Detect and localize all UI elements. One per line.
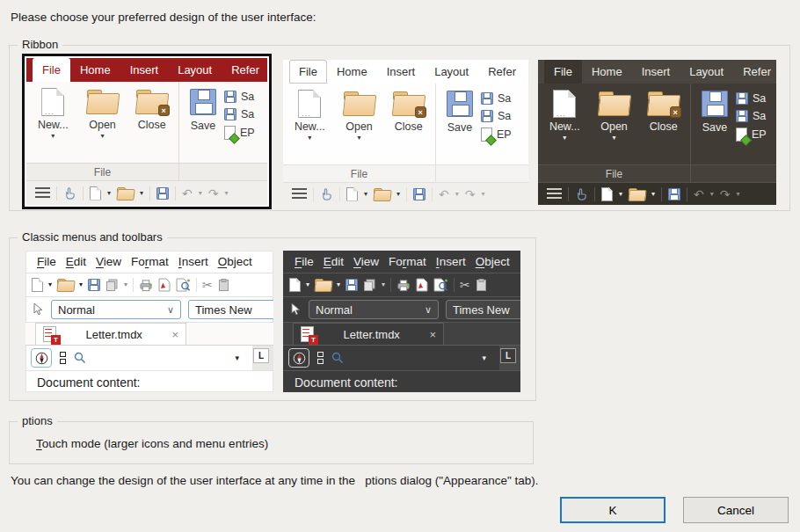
touch-mode-option[interactable]: Touch mode (larger icons and menu entrie… — [36, 437, 268, 450]
chevron-down-icon: ▾ — [619, 192, 622, 197]
new-document-icon — [601, 187, 613, 201]
classic-preview-slot-light: File Edit View Format Insert Object ▾ ▾ … — [25, 251, 273, 392]
duplicate-icon — [105, 279, 119, 292]
new-document-icon: ... — [41, 88, 64, 116]
chevron-down-icon: ▾ — [199, 191, 202, 196]
style-combo-value: Normal — [58, 303, 95, 317]
chevron-down-icon: ▾ — [357, 135, 360, 141]
chevron-down-icon: ▾ — [612, 135, 615, 141]
new-document-icon — [90, 186, 101, 200]
open-folder-icon — [344, 91, 375, 115]
undo-icon: ↶ — [439, 187, 449, 201]
ribbon-tab-bar: File Home Insert Layout Refer — [538, 60, 776, 84]
ribbon-preview-dark[interactable]: File Home Insert Layout Refer ... New...… — [538, 60, 776, 205]
save-button-label: Save — [702, 121, 728, 134]
close-badge-icon: × — [415, 106, 426, 118]
separator — [133, 278, 134, 292]
save-icon — [156, 187, 169, 200]
cancel-button[interactable]: Cancel — [683, 497, 789, 523]
textmaker-document-icon: T — [301, 326, 314, 342]
options-group-box: ptions Touch mode (larger icons and menu… — [9, 421, 534, 464]
textmaker-document-icon: T — [43, 326, 56, 342]
paragraph-style-combobox: Normal ∨ — [51, 300, 181, 319]
save-all-label: Sa — [241, 108, 254, 120]
save-mini-column: Sa Sa EP — [224, 88, 267, 163]
chevron-down-icon: ▾ — [482, 353, 491, 362]
open-button-label: Open — [600, 120, 628, 133]
footer-note: You can change the design of the user in… — [11, 474, 538, 487]
navigation-toolbar: ▾ L — [25, 346, 273, 371]
undo-icon: ↶ — [694, 187, 704, 201]
undo-icon: ↶ — [182, 186, 193, 200]
close-button: × Close — [129, 88, 175, 163]
ribbon-save-group: Save Sa Sa EP — [436, 84, 528, 164]
ribbon-file-group: ... New... ▾ Open ▾ × Close — [26, 82, 179, 163]
separator — [56, 186, 57, 200]
chevron-down-icon: ▾ — [48, 282, 52, 288]
document-tab-bar: T Letter.tmdx × — [283, 323, 520, 346]
separator — [339, 187, 340, 201]
save-as-icon — [736, 92, 748, 105]
epub-label: EP — [497, 128, 512, 141]
quick-access-toolbar: ▾ ▾ ↶ ▾ ↷ ▾ — [283, 182, 528, 205]
ribbon-preview-colored[interactable]: File Home Insert Layout Refer ... New...… — [22, 54, 272, 209]
chevron-down-icon: ▾ — [396, 192, 400, 197]
menu-icon — [547, 188, 562, 200]
open-folder-icon — [117, 187, 134, 200]
textmaker-badge-icon: T — [51, 335, 61, 345]
menu-object: Object — [476, 255, 510, 268]
separator — [568, 187, 569, 201]
file-group-label: File — [538, 165, 691, 182]
separator — [83, 186, 84, 200]
menu-object: Object — [218, 255, 252, 268]
new-button: ... New... ▾ — [30, 88, 76, 163]
ok-button[interactable]: K — [560, 497, 665, 523]
print-icon — [396, 279, 411, 292]
chevron-down-icon: ▾ — [225, 191, 229, 196]
save-as-label: Sa — [241, 91, 254, 103]
separator — [149, 186, 150, 200]
paste-icon — [476, 279, 487, 292]
ribbon-preview-slot-colored: File Home Insert Layout Refer ... New...… — [22, 54, 272, 209]
menu-view: View — [96, 255, 121, 268]
tab-insert: Insert — [377, 60, 425, 84]
epub-export-button: EP — [224, 126, 267, 140]
tab-insert: Insert — [120, 58, 169, 82]
ribbon-tab-bar: File Home Insert Layout Refer — [26, 58, 267, 82]
format-toolbar: Normal ∨ Times New — [283, 297, 520, 323]
save-button: Save — [190, 88, 216, 163]
menu-file: File — [295, 255, 314, 268]
touch-hand-icon — [575, 187, 588, 201]
ribbon-group-label-bar: File — [283, 164, 528, 182]
print-preview-icon — [433, 278, 448, 292]
document-tab: T Letter.tmdx × — [293, 323, 444, 345]
separator — [661, 187, 662, 201]
save-all-button: Sa — [224, 108, 267, 120]
close-folder-icon: × — [648, 91, 680, 115]
new-button: ... New... ▾ — [287, 90, 332, 164]
save-all-icon — [736, 110, 748, 122]
save-as-label: Sa — [498, 92, 511, 105]
menu-bar: File Edit View Format Insert Object — [283, 251, 520, 273]
ribbon-preview-slot-light: File Home Insert Layout Refer ... New...… — [283, 60, 528, 205]
chevron-down-icon: ▾ — [51, 134, 55, 139]
dialog-prompt: Please choose your preferred design of t… — [11, 11, 316, 24]
open-folder-icon — [87, 90, 119, 113]
chevron-down-icon: ▾ — [124, 282, 127, 288]
ribbon-file-group: ... New... ▾ Open ▾ × Close — [283, 84, 436, 164]
epub-icon — [736, 128, 747, 142]
ribbon-preview-light[interactable]: File Home Insert Layout Refer ... New...… — [283, 60, 528, 205]
classic-preview-dark[interactable]: File Edit View Format Insert Object ▾ ▾ … — [283, 251, 520, 392]
open-button-label: Open — [345, 120, 373, 133]
save-mini-column: Sa Sa EP — [736, 90, 776, 164]
chevron-down-icon: ▾ — [382, 282, 385, 288]
separator — [175, 186, 176, 200]
options-group-label: ptions — [18, 414, 57, 427]
classic-group-box: Classic menus and toolbars File Edit Vie… — [9, 237, 536, 401]
save-icon — [447, 91, 473, 117]
chevron-down-icon: ▾ — [710, 192, 714, 197]
chevron-down-icon: ▾ — [107, 191, 111, 196]
save-all-label: Sa — [753, 110, 766, 122]
classic-preview-light[interactable]: File Edit View Format Insert Object ▾ ▾ … — [25, 251, 273, 392]
chevron-down-icon: ▾ — [308, 135, 311, 141]
